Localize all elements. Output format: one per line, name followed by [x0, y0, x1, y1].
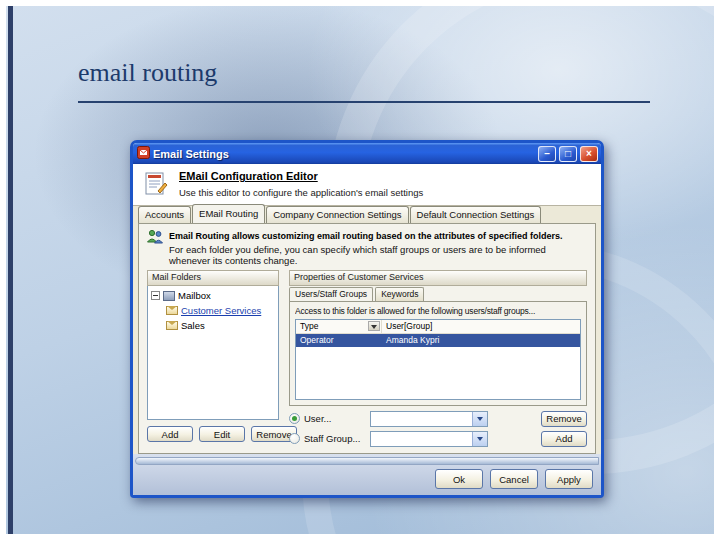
- user-combo[interactable]: [370, 411, 488, 427]
- tab-accounts[interactable]: Accounts: [138, 206, 191, 223]
- tab-users-staff-groups[interactable]: Users/Staff Groups: [289, 287, 373, 301]
- cell-user: Amanda Kypri: [382, 334, 580, 347]
- mail-folders-header: Mail Folders: [147, 270, 279, 286]
- tree-item-customer-services[interactable]: Customer Services: [148, 303, 278, 318]
- add-access-button[interactable]: Add: [541, 431, 587, 447]
- access-list-row[interactable]: Operator Amanda Kypri: [296, 334, 580, 347]
- dialog-client-area: EMail Configuration Editor Use this edit…: [133, 164, 601, 495]
- tree-item-root[interactable]: Mailbox: [148, 288, 278, 303]
- edit-folder-button[interactable]: Edit: [199, 426, 245, 442]
- minimize-button[interactable]: –: [538, 146, 556, 162]
- staff-group-radio-label: Staff Group...: [304, 433, 366, 444]
- slide-title: email routing: [78, 58, 217, 88]
- remove-access-button[interactable]: Remove: [541, 411, 587, 427]
- type-filter-dropdown-icon[interactable]: [368, 321, 380, 331]
- staff-group-radio[interactable]: [289, 433, 300, 444]
- tree-item-label: Sales: [181, 320, 205, 331]
- editor-subtitle: Use this editor to configure the applica…: [179, 187, 423, 198]
- column-user-group[interactable]: User[Group]: [382, 320, 580, 333]
- window-title: Email Settings: [153, 148, 535, 160]
- main-tabstrip: Accounts EMail Routing Company Connectio…: [133, 205, 601, 223]
- chevron-down-icon: [477, 437, 483, 444]
- title-underline-rule: [78, 101, 650, 103]
- mail-folders-tree[interactable]: Mailbox Customer Services Sales: [147, 286, 279, 420]
- tree-item-label: Customer Services: [181, 305, 261, 316]
- access-list-header: Type User[Group]: [296, 320, 580, 334]
- tab-default-connection-settings[interactable]: Default Connection Settings: [410, 206, 542, 223]
- tab-company-connection-settings[interactable]: Company Connection Settings: [266, 206, 408, 223]
- tree-item-label: Mailbox: [178, 290, 211, 301]
- collapse-expander-icon[interactable]: [151, 291, 160, 300]
- properties-tabstrip: Users/Staff Groups Keywords: [289, 287, 426, 301]
- staff-group-selection-row: Staff Group... Add: [289, 430, 587, 447]
- footer-divider-bar: [135, 457, 599, 465]
- maximize-button[interactable]: □: [559, 146, 577, 162]
- folder-properties-panel: Properties of Customer Services Users/St…: [289, 270, 587, 451]
- window-icon: [137, 146, 150, 161]
- chevron-down-icon: [371, 325, 377, 332]
- email-settings-window: Email Settings – □ × EMail Configurat: [130, 140, 604, 498]
- tree-item-sales[interactable]: Sales: [148, 318, 278, 333]
- tab-keywords[interactable]: Keywords: [375, 287, 424, 301]
- user-selection-row: User... Remove: [289, 410, 587, 427]
- column-type-label: Type: [300, 321, 318, 331]
- access-label: Access to this folder is allowed for the…: [295, 306, 584, 316]
- left-accent-bar: [8, 6, 13, 534]
- mail-folder-icon: [166, 306, 178, 315]
- combo-dropdown-icon[interactable]: [472, 432, 487, 446]
- add-folder-button[interactable]: Add: [147, 426, 193, 442]
- combo-dropdown-icon[interactable]: [472, 412, 487, 426]
- tab-email-routing[interactable]: EMail Routing: [192, 204, 265, 223]
- close-button[interactable]: ×: [580, 146, 598, 162]
- ok-button[interactable]: Ok: [435, 469, 483, 489]
- editor-title: EMail Configuration Editor: [179, 170, 318, 182]
- user-radio-label: User...: [304, 413, 366, 424]
- chevron-down-icon: [477, 417, 483, 424]
- user-radio[interactable]: [289, 413, 300, 424]
- editor-icon: [143, 171, 169, 197]
- column-type[interactable]: Type: [296, 320, 382, 333]
- access-list[interactable]: Type User[Group] Operator Amanda Kypri: [295, 319, 581, 400]
- cell-type: Operator: [296, 334, 382, 347]
- users-staff-groups-page: Access to this folder is allowed for the…: [289, 301, 587, 406]
- mail-folder-icon: [166, 321, 178, 330]
- cancel-button[interactable]: Cancel: [490, 469, 538, 489]
- email-routing-tab-page: Email Routing allows customizing email r…: [138, 223, 596, 454]
- routing-intro-heading: Email Routing allows customizing email r…: [169, 231, 591, 241]
- slide-background: email routing Email Settings – □ ×: [6, 6, 714, 534]
- routing-description: For each folder you define, you can spec…: [169, 244, 581, 267]
- properties-header: Properties of Customer Services: [289, 270, 587, 286]
- apply-button[interactable]: Apply: [545, 469, 593, 489]
- titlebar[interactable]: Email Settings – □ ×: [133, 143, 601, 164]
- mailbox-icon: [163, 291, 175, 301]
- users-group-icon: [146, 229, 164, 245]
- staff-group-combo[interactable]: [370, 431, 488, 447]
- dialog-footer: Ok Cancel Apply: [133, 454, 601, 495]
- mail-folders-panel: Mail Folders Mailbox Customer Services: [147, 270, 279, 420]
- header-band: EMail Configuration Editor Use this edit…: [133, 164, 601, 206]
